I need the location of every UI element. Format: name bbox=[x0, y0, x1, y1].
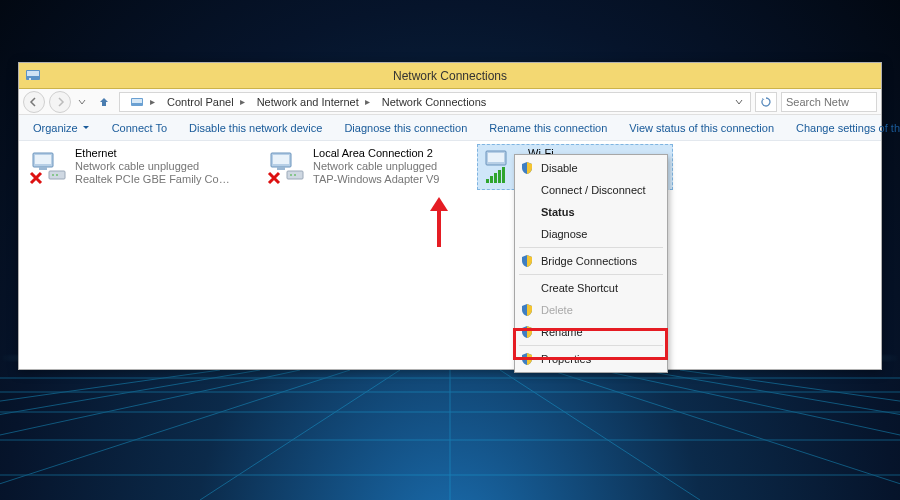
chevron-right-icon: ▸ bbox=[238, 96, 247, 107]
cmd-label: Change settings of this connection bbox=[796, 122, 900, 134]
cmd-rename[interactable]: Rename this connection bbox=[485, 120, 611, 136]
ethernet-icon bbox=[267, 147, 307, 187]
context-menu-label: Properties bbox=[541, 353, 591, 365]
context-menu-label: Disable bbox=[541, 162, 578, 174]
svg-rect-28 bbox=[273, 155, 289, 164]
svg-point-32 bbox=[294, 174, 296, 176]
connection-name: Ethernet bbox=[75, 147, 233, 160]
connection-item-ethernet[interactable]: Ethernet Network cable unplugged Realtek… bbox=[25, 145, 235, 189]
context-menu-separator bbox=[519, 345, 663, 346]
shield-icon bbox=[520, 254, 534, 268]
context-menu-item-rename[interactable]: Rename bbox=[515, 321, 667, 343]
shield-icon bbox=[520, 161, 534, 175]
context-menu-item-diagnose[interactable]: Diagnose bbox=[515, 223, 667, 245]
breadcrumb-label: Control Panel bbox=[167, 96, 234, 108]
context-menu-item-delete: Delete bbox=[515, 299, 667, 321]
context-menu-item-properties[interactable]: Properties bbox=[515, 348, 667, 370]
svg-point-25 bbox=[52, 174, 54, 176]
context-menu-label: Bridge Connections bbox=[541, 255, 637, 267]
svg-line-3 bbox=[0, 370, 350, 500]
organize-menu[interactable]: Organize bbox=[29, 120, 94, 136]
context-menu-label: Status bbox=[541, 206, 575, 218]
network-folder-icon bbox=[25, 67, 41, 83]
chevron-down-icon[interactable] bbox=[734, 97, 744, 107]
connections-pane[interactable]: Ethernet Network cable unplugged Realtek… bbox=[19, 141, 881, 369]
svg-rect-34 bbox=[488, 153, 504, 162]
svg-line-2 bbox=[500, 370, 700, 500]
refresh-button[interactable] bbox=[755, 92, 777, 112]
cmd-view-status[interactable]: View status of this connection bbox=[625, 120, 778, 136]
svg-point-31 bbox=[290, 174, 292, 176]
forward-button[interactable] bbox=[49, 91, 71, 113]
shield-icon bbox=[520, 352, 534, 366]
breadcrumb-label: Network and Internet bbox=[257, 96, 359, 108]
cmd-label: Disable this network device bbox=[189, 122, 322, 134]
connection-status: Network cable unplugged bbox=[313, 160, 439, 173]
annotation-arrow bbox=[428, 195, 450, 251]
context-menu-separator bbox=[519, 274, 663, 275]
search-box[interactable] bbox=[781, 92, 877, 112]
svg-rect-35 bbox=[486, 179, 489, 183]
context-menu-item-status[interactable]: Status bbox=[515, 201, 667, 223]
breadcrumb-item-0[interactable]: Control Panel▸ bbox=[163, 96, 251, 108]
chevron-right-icon: ▸ bbox=[363, 96, 372, 107]
breadcrumb-item-1[interactable]: Network and Internet▸ bbox=[253, 96, 376, 108]
nav-history-dropdown[interactable] bbox=[75, 98, 89, 106]
breadcrumb-root-icon[interactable]: ▸ bbox=[126, 95, 161, 109]
svg-line-10 bbox=[680, 370, 900, 500]
cmd-label: Connect To bbox=[112, 122, 167, 134]
connection-item-lan2[interactable]: Local Area Connection 2 Network cable un… bbox=[263, 145, 473, 189]
context-menu-label: Rename bbox=[541, 326, 583, 338]
chevron-right-icon: ▸ bbox=[148, 96, 157, 107]
ethernet-icon bbox=[29, 147, 69, 187]
title-bar: Network Connections bbox=[19, 63, 881, 89]
chevron-down-icon bbox=[82, 124, 90, 132]
svg-rect-29 bbox=[277, 167, 285, 170]
context-menu-label: Diagnose bbox=[541, 228, 587, 240]
svg-rect-20 bbox=[132, 99, 142, 103]
connection-status: Network cable unplugged bbox=[75, 160, 233, 173]
context-menu-label: Delete bbox=[541, 304, 573, 316]
svg-line-7 bbox=[0, 370, 260, 500]
svg-rect-17 bbox=[27, 71, 39, 76]
context-menu-item-disable[interactable]: Disable bbox=[515, 157, 667, 179]
svg-line-8 bbox=[640, 370, 900, 500]
context-menu-separator bbox=[519, 247, 663, 248]
connection-device: Realtek PCIe GBE Family Controller bbox=[75, 173, 233, 186]
cmd-diagnose[interactable]: Diagnose this connection bbox=[340, 120, 471, 136]
explorer-window: Network Connections ▸ Control Panel▸ Net… bbox=[18, 62, 882, 370]
svg-point-18 bbox=[29, 78, 31, 80]
svg-line-9 bbox=[0, 370, 220, 500]
context-menu-item-create-shortcut[interactable]: Create Shortcut bbox=[515, 277, 667, 299]
cmd-label: Diagnose this connection bbox=[344, 122, 467, 134]
context-menu: DisableConnect / DisconnectStatusDiagnos… bbox=[514, 154, 668, 373]
organize-label: Organize bbox=[33, 122, 78, 134]
up-button[interactable] bbox=[93, 91, 115, 113]
svg-line-4 bbox=[550, 370, 900, 500]
command-bar: Organize Connect To Disable this network… bbox=[19, 115, 881, 141]
breadcrumb-item-2[interactable]: Network Connections bbox=[378, 96, 491, 108]
context-menu-item-connect-disconnect[interactable]: Connect / Disconnect bbox=[515, 179, 667, 201]
breadcrumb[interactable]: ▸ Control Panel▸ Network and Internet▸ N… bbox=[119, 92, 751, 112]
shield-icon bbox=[520, 303, 534, 317]
svg-line-1 bbox=[200, 370, 400, 500]
context-menu-label: Connect / Disconnect bbox=[541, 184, 646, 196]
cmd-label: View status of this connection bbox=[629, 122, 774, 134]
background-floor bbox=[0, 370, 900, 500]
svg-rect-38 bbox=[498, 170, 501, 183]
cmd-disable[interactable]: Disable this network device bbox=[185, 120, 326, 136]
back-button[interactable] bbox=[23, 91, 45, 113]
window-title: Network Connections bbox=[393, 69, 507, 83]
cmd-connect-to[interactable]: Connect To bbox=[108, 120, 171, 136]
context-menu-item-bridge-connections[interactable]: Bridge Connections bbox=[515, 250, 667, 272]
cmd-label: Rename this connection bbox=[489, 122, 607, 134]
svg-rect-39 bbox=[502, 167, 505, 183]
connection-device: TAP-Windows Adapter V9 bbox=[313, 173, 439, 186]
svg-rect-37 bbox=[494, 173, 497, 183]
svg-rect-22 bbox=[35, 155, 51, 164]
search-input[interactable] bbox=[786, 96, 872, 108]
connection-name: Local Area Connection 2 bbox=[313, 147, 439, 160]
breadcrumb-label: Network Connections bbox=[382, 96, 487, 108]
svg-point-26 bbox=[56, 174, 58, 176]
cmd-change-settings[interactable]: Change settings of this connection bbox=[792, 120, 900, 136]
